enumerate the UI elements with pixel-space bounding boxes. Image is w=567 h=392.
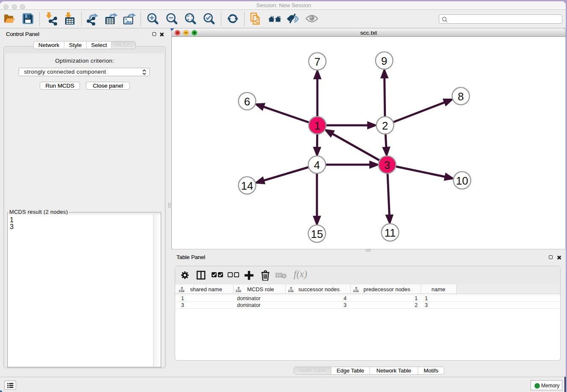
svg-text:8: 8 bbox=[458, 90, 464, 103]
svg-text:2: 2 bbox=[382, 119, 388, 132]
svg-text:6: 6 bbox=[244, 95, 250, 108]
svg-text:4: 4 bbox=[314, 159, 320, 171]
svg-text:9: 9 bbox=[381, 55, 387, 67]
svg-text:3: 3 bbox=[384, 159, 390, 171]
svg-text:11: 11 bbox=[385, 226, 396, 239]
svg-text:7: 7 bbox=[314, 55, 320, 68]
svg-text:15: 15 bbox=[311, 228, 323, 240]
svg-text:1: 1 bbox=[314, 119, 320, 132]
svg-text:14: 14 bbox=[241, 179, 253, 192]
svg-text:10: 10 bbox=[456, 174, 468, 187]
